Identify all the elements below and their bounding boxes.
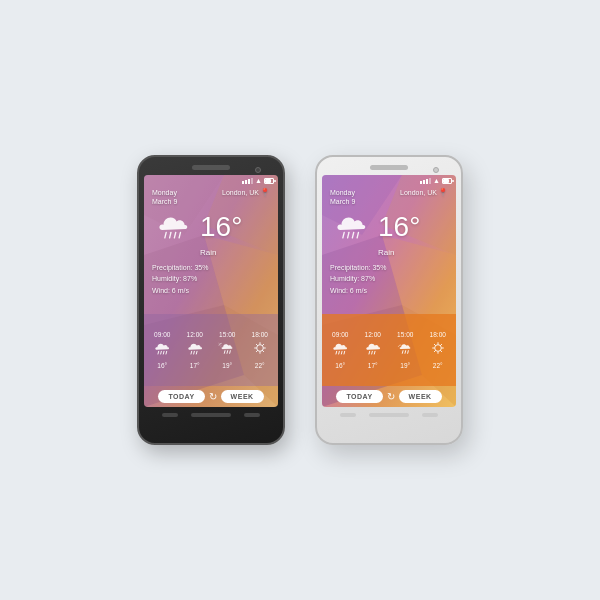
- nav-btn-2-white: [422, 413, 438, 417]
- battery-icon-white: [442, 178, 452, 184]
- svg-line-59: [434, 351, 435, 352]
- hour-icon-3-white: [395, 340, 415, 360]
- screen-black: ▲ Monday March 9 London, UK 📍: [144, 175, 278, 407]
- weather-details-white: Precipitation: 35% Humidity: 87% Wind: 6…: [330, 262, 448, 296]
- hour-item-1-white: 09:00 16°: [324, 331, 357, 369]
- svg-line-10: [179, 233, 180, 238]
- svg-line-19: [227, 351, 228, 354]
- hour-icon-3-black: [217, 340, 237, 360]
- hour-item-4-black: 18:00: [244, 331, 277, 369]
- svg-line-47: [374, 351, 375, 354]
- speaker-black: [192, 165, 230, 170]
- hour-item-2-black: 12:00 17°: [179, 331, 212, 369]
- svg-line-13: [164, 351, 165, 354]
- hour-icon-4-black: [250, 340, 270, 360]
- svg-line-14: [166, 351, 167, 354]
- svg-line-50: [408, 351, 409, 354]
- hour-icon-2-white: [363, 340, 383, 360]
- nav-btn-1-black: [162, 413, 178, 417]
- weather-details-black: Precipitation: 35% Humidity: 87% Wind: 6…: [152, 262, 270, 296]
- bottom-buttons-black: TODAY ↻ WEEK: [144, 386, 278, 407]
- status-bar-black: ▲: [144, 175, 278, 184]
- date-location-black: Monday March 9 London, UK 📍: [152, 188, 270, 206]
- svg-line-8: [170, 233, 171, 238]
- nav-btn-home-white: [369, 413, 409, 417]
- hour-item-1-black: 09:00 16°: [146, 331, 179, 369]
- nav-btn-2-black: [244, 413, 260, 417]
- phone-bottom-black: [145, 409, 277, 419]
- phone-bottom-white: [323, 409, 455, 419]
- svg-line-28: [262, 344, 263, 345]
- camera-white: [433, 167, 439, 173]
- svg-line-39: [352, 233, 353, 238]
- svg-line-29: [256, 351, 257, 352]
- wifi-icon-black: ▲: [255, 177, 262, 184]
- svg-line-26: [256, 344, 257, 345]
- wifi-icon-white: ▲: [433, 177, 440, 184]
- nav-btn-1-white: [340, 413, 356, 417]
- svg-line-42: [339, 351, 340, 354]
- svg-line-40: [357, 233, 358, 238]
- svg-line-43: [342, 351, 343, 354]
- svg-line-45: [369, 351, 370, 354]
- cloud-rain-icon-white: [330, 210, 372, 244]
- white-phone: ▲ Monday March 9 London, UK 📍: [315, 155, 463, 445]
- svg-line-11: [158, 351, 159, 354]
- signal-icon-black: [242, 177, 253, 184]
- date-location-white: Monday March 9 London, UK 📍: [330, 188, 448, 206]
- svg-line-27: [262, 351, 263, 352]
- week-button-white[interactable]: WEEK: [399, 390, 442, 403]
- hourly-bar-black: 09:00 16°: [144, 314, 278, 386]
- rain-label-black: Rain: [200, 248, 270, 257]
- svg-line-38: [348, 233, 349, 238]
- svg-line-48: [403, 351, 404, 354]
- date-text-black: Monday March 9: [152, 188, 177, 206]
- today-button-black[interactable]: TODAY: [158, 390, 204, 403]
- weather-main-black: Monday March 9 London, UK 📍: [144, 184, 278, 314]
- refresh-button-black[interactable]: ↻: [209, 391, 217, 402]
- location-text-white: London, UK 📍: [400, 188, 448, 197]
- hour-icon-2-black: [185, 340, 205, 360]
- hourly-bar-white: 09:00 16°: [322, 314, 456, 386]
- battery-icon-black: [264, 178, 274, 184]
- svg-line-58: [440, 344, 441, 345]
- nav-btn-home-black: [191, 413, 231, 417]
- hour-icon-4-white: [428, 340, 448, 360]
- week-button-black[interactable]: WEEK: [221, 390, 264, 403]
- phones-container: ▲ Monday March 9 London, UK 📍: [137, 155, 463, 445]
- svg-line-20: [230, 351, 231, 354]
- today-button-white[interactable]: TODAY: [336, 390, 382, 403]
- hour-icon-1-white: [330, 340, 350, 360]
- date-text-white: Monday March 9: [330, 188, 355, 206]
- svg-line-18: [225, 351, 226, 354]
- location-text-black: London, UK 📍: [222, 188, 270, 197]
- svg-line-12: [161, 351, 162, 354]
- rain-label-white: Rain: [378, 248, 448, 257]
- status-bar-white: ▲: [322, 175, 456, 184]
- location-pin-white: 📍: [438, 188, 448, 197]
- screen-white: ▲ Monday March 9 London, UK 📍: [322, 175, 456, 407]
- location-pin-black: 📍: [260, 188, 270, 197]
- refresh-button-white[interactable]: ↻: [387, 391, 395, 402]
- svg-line-44: [344, 351, 345, 354]
- svg-line-9: [174, 233, 175, 238]
- svg-line-15: [191, 351, 192, 354]
- svg-line-17: [196, 351, 197, 354]
- svg-line-41: [336, 351, 337, 354]
- bottom-buttons-white: TODAY ↻ WEEK: [322, 386, 456, 407]
- weather-icon-area-black: 16°: [152, 210, 270, 244]
- cloud-rain-icon-black: [152, 210, 194, 244]
- temp-display-black: 16°: [200, 213, 242, 241]
- svg-line-7: [165, 233, 166, 238]
- svg-line-37: [343, 233, 344, 238]
- svg-line-49: [405, 351, 406, 354]
- black-phone: ▲ Monday March 9 London, UK 📍: [137, 155, 285, 445]
- svg-line-16: [193, 351, 194, 354]
- camera-black: [255, 167, 261, 173]
- weather-main-white: Monday March 9 London, UK 📍: [322, 184, 456, 314]
- svg-line-57: [440, 351, 441, 352]
- hour-item-4-white: 18:00: [422, 331, 455, 369]
- hour-item-3-black: 15:00 19: [211, 331, 244, 369]
- svg-line-46: [371, 351, 372, 354]
- svg-line-56: [434, 344, 435, 345]
